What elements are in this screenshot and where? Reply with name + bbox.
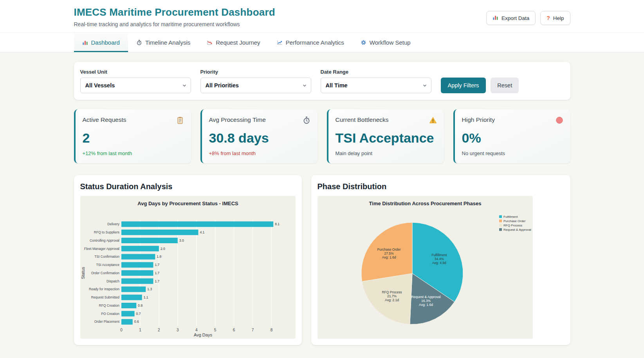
filter-buttons: Apply Filters Reset: [441, 78, 519, 93]
dashboard-page: IMECS Maritime Procurement Dashboard Rea…: [0, 0, 644, 358]
kpi-note: +12% from last month: [83, 150, 184, 156]
kpi-value: 0%: [462, 131, 563, 145]
status-duration-bar-chart[interactable]: Avg Days by Procurement Status - IMECS01…: [80, 196, 296, 339]
kpi-card-current-bottlenecks: Current Bottlenecks TSI Acceptance Main …: [327, 109, 444, 163]
kpi-card-active-requests: Active Requests 2 +12% from last month: [74, 109, 191, 163]
tab-workflow-setup[interactable]: Workflow Setup: [352, 33, 419, 52]
svg-text:Order Confirmation: Order Confirmation: [91, 271, 119, 275]
svg-text:1: 1: [139, 328, 141, 332]
svg-text:Request & Approval: Request & Approval: [411, 295, 440, 299]
svg-text:RFQ Creation: RFQ Creation: [99, 304, 119, 307]
tab-label: Request Journey: [216, 39, 260, 46]
section-title: Phase Distribution: [317, 182, 564, 191]
svg-text:2.0: 2.0: [160, 247, 165, 251]
svg-text:Delivery: Delivery: [107, 222, 119, 226]
svg-text:4: 4: [195, 328, 197, 332]
export-data-label: Export Data: [501, 15, 529, 21]
apply-filters-button[interactable]: Apply Filters: [441, 78, 486, 93]
help-label: Help: [553, 15, 564, 21]
kpi-note: Main delay point: [336, 150, 437, 156]
kpi-value: TSI Acceptance: [336, 131, 437, 145]
kpi-card-avg-processing-time: Avg Processing Time 30.8 days +8% from l…: [200, 109, 317, 163]
svg-text:0.6: 0.6: [134, 320, 139, 324]
kpi-value: 30.8 days: [209, 131, 310, 145]
header-text: IMECS Maritime Procurement Dashboard Rea…: [74, 6, 275, 27]
svg-text:1.8: 1.8: [157, 255, 161, 259]
svg-text:Avg Days: Avg Days: [194, 333, 212, 337]
svg-text:1.7: 1.7: [155, 271, 159, 275]
priority-field: Priority All Priorities: [200, 69, 311, 93]
svg-text:2: 2: [158, 328, 160, 332]
tab-dashboard[interactable]: Dashboard: [74, 33, 128, 52]
kpi-title: Avg Processing Time: [209, 116, 266, 123]
bar-chart-icon: [492, 14, 498, 22]
svg-text:4.1: 4.1: [200, 230, 204, 234]
main-content: Vessel Unit All Vessels Priority All Pri…: [74, 52, 570, 354]
vessel-unit-field: Vessel Unit All Vessels: [80, 69, 191, 93]
priority-label: Priority: [200, 69, 311, 75]
svg-text:3: 3: [177, 328, 179, 332]
svg-text:Fleet Manager Approval: Fleet Manager Approval: [84, 247, 119, 251]
svg-text:Avg: 4.9d: Avg: 4.9d: [432, 261, 446, 265]
header-actions: Export Data ? Help: [486, 11, 570, 25]
kpi-note: No urgent requests: [462, 150, 563, 156]
svg-text:Fulfillment: Fulfillment: [431, 253, 447, 257]
stopwatch-icon: [303, 116, 310, 126]
svg-text:PO Creation: PO Creation: [101, 312, 119, 316]
export-data-button[interactable]: Export Data: [486, 11, 536, 25]
red-circle-icon: [556, 116, 563, 126]
svg-text:3.0: 3.0: [179, 239, 184, 242]
page-subtitle: Real-time tracking and analytics for mar…: [74, 21, 275, 27]
svg-text:5: 5: [214, 328, 216, 332]
clipboard-icon: [176, 116, 184, 126]
svg-text:TSI Acceptance: TSI Acceptance: [96, 263, 119, 267]
svg-text:27.5%: 27.5%: [384, 251, 394, 255]
svg-text:16.3%: 16.3%: [421, 299, 431, 303]
filters-panel: Vessel Unit All Vessels Priority All Pri…: [74, 62, 570, 100]
svg-text:0.8: 0.8: [138, 304, 143, 307]
tab-bar: Dashboard Timeline Analysis Request Jour…: [0, 33, 644, 52]
svg-text:0.7: 0.7: [136, 312, 141, 316]
charts-row: Status Duration Analysis Avg Days by Pro…: [74, 175, 570, 354]
svg-text:7: 7: [251, 328, 254, 332]
svg-text:TSI Confirmation: TSI Confirmation: [94, 255, 119, 259]
tab-timeline-analysis[interactable]: Timeline Analysis: [128, 33, 198, 52]
kpi-title: Current Bottlenecks: [336, 116, 389, 123]
phase-distribution-pie-chart[interactable]: Time Distribution Across Procurement Pha…: [317, 196, 533, 339]
kpi-title: High Priority: [462, 116, 495, 123]
svg-text:Dispatch: Dispatch: [106, 279, 119, 283]
tab-performance-analytics[interactable]: Performance Analytics: [269, 33, 352, 52]
tab-label: Timeline Analysis: [145, 39, 190, 46]
trend-chart-icon: [277, 40, 283, 45]
vessel-unit-select[interactable]: All Vessels: [80, 78, 191, 93]
kpi-row: Active Requests 2 +12% from last month A…: [74, 109, 570, 163]
svg-text:Request & Approval: Request & Approval: [503, 228, 531, 231]
svg-text:1.7: 1.7: [155, 279, 159, 283]
vessel-unit-label: Vessel Unit: [80, 69, 191, 75]
journey-chart-icon: [207, 40, 213, 45]
bar-chart-area: Avg Days by Procurement Status - IMECS01…: [80, 196, 296, 339]
tab-label: Workflow Setup: [370, 39, 411, 46]
page-title: IMECS Maritime Procurement Dashboard: [74, 6, 275, 18]
kpi-title: Active Requests: [83, 116, 126, 123]
svg-text:Status: Status: [81, 267, 85, 279]
tab-request-journey[interactable]: Request Journey: [198, 33, 268, 52]
svg-text:Fulfillment: Fulfillment: [503, 215, 518, 219]
stopwatch-icon: [136, 40, 142, 45]
priority-select[interactable]: All Priorities: [200, 78, 311, 93]
header: IMECS Maritime Procurement Dashboard Rea…: [0, 0, 644, 33]
svg-text:8.1: 8.1: [275, 222, 280, 226]
svg-text:1.3: 1.3: [147, 287, 152, 291]
svg-text:1.7: 1.7: [155, 263, 159, 267]
tab-label: Performance Analytics: [286, 39, 344, 46]
bar-chart-icon: [82, 40, 88, 45]
reset-button[interactable]: Reset: [491, 78, 519, 93]
phase-distribution-card: Phase Distribution Time Distribution Acr…: [311, 175, 570, 345]
help-button[interactable]: ? Help: [540, 11, 570, 25]
svg-text:Avg: 1.6d: Avg: 1.6d: [419, 303, 433, 307]
svg-text:Purchase Order: Purchase Order: [503, 219, 526, 223]
svg-text:8: 8: [270, 328, 272, 332]
kpi-card-high-priority: High Priority 0% No urgent requests: [453, 109, 570, 163]
date-range-select[interactable]: All Time: [321, 78, 431, 93]
pie-chart-area: Time Distribution Across Procurement Pha…: [317, 196, 533, 339]
